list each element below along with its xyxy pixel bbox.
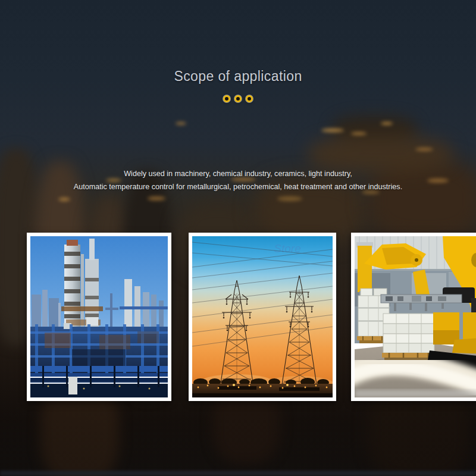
description-line-2: Automatic temperature control for metall… xyxy=(74,183,402,191)
divider-dots xyxy=(0,95,476,102)
refinery-pipe-rack xyxy=(30,366,168,397)
refinery-illustration xyxy=(30,236,168,397)
section-description: Widely used in machinery, chemical indus… xyxy=(0,167,476,193)
photo-palletizing-robot xyxy=(351,233,476,401)
divider-dot-icon xyxy=(223,95,230,102)
product-banner: Scope of application Widely used in mach… xyxy=(0,0,476,476)
section-title: Scope of application xyxy=(0,68,476,84)
photo-petrochemical-plant xyxy=(27,233,171,401)
sunset-ground xyxy=(192,378,333,397)
divider-dot-icon xyxy=(246,95,253,102)
towers-illustration: Store xyxy=(192,236,333,397)
description-line-1: Widely used in machinery, chemical indus… xyxy=(124,170,352,178)
photo-power-transmission-towers: Store xyxy=(189,233,336,401)
divider-dot-icon xyxy=(234,95,242,102)
sunset-sky xyxy=(192,236,333,397)
robot-illustration xyxy=(355,236,476,397)
